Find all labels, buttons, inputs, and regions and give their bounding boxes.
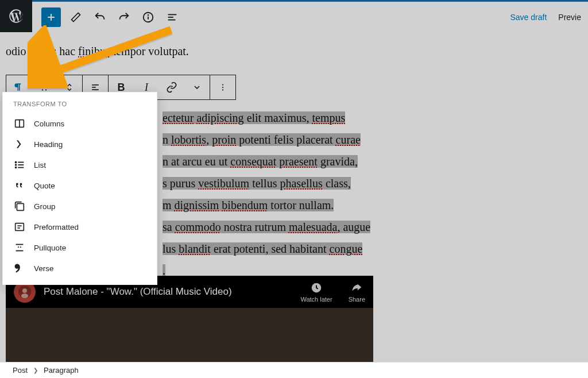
svg-point-8 (42, 84, 43, 85)
item-label: Pullquote (34, 244, 66, 252)
preformatted-icon (13, 221, 26, 233)
svg-point-27 (16, 167, 17, 168)
breadcrumb-root[interactable]: Post (13, 366, 28, 375)
svg-point-12 (45, 87, 47, 88)
transform-to-dropdown: TRANSFORM TO Columns Heading List Quote … (2, 92, 157, 285)
transform-columns[interactable]: Columns (3, 113, 157, 134)
more-options-button[interactable] (210, 75, 235, 99)
svg-point-9 (42, 87, 43, 88)
transform-preformatted[interactable]: Preformatted (3, 217, 157, 237)
link-button[interactable] (159, 75, 184, 99)
list-icon (13, 159, 26, 171)
info-button[interactable] (139, 8, 157, 26)
video-title: Post Malone - "Wow." (Official Music Vid… (44, 286, 232, 298)
svg-point-18 (222, 87, 223, 88)
transform-quote[interactable]: Quote (3, 175, 157, 196)
columns-icon (13, 117, 26, 130)
item-label: Quote (34, 182, 55, 190)
item-label: Group (34, 202, 56, 211)
block-breadcrumb: Post ❯ Paragraph (0, 362, 588, 378)
save-draft-button[interactable]: Save draft (510, 13, 547, 22)
item-label: Verse (34, 264, 54, 273)
breadcrumb-current: Paragraph (44, 366, 79, 375)
transform-pullquote[interactable]: Pullquote (3, 237, 157, 258)
item-label: Columns (34, 119, 64, 128)
verse-icon (13, 262, 26, 275)
wordpress-logo-button[interactable] (0, 0, 32, 32)
svg-point-11 (45, 84, 47, 85)
chevron-right-icon: ❯ (33, 367, 38, 373)
watch-later-button[interactable]: Watch later (300, 281, 332, 303)
svg-point-19 (222, 89, 223, 90)
add-block-button[interactable] (41, 7, 61, 27)
pullquote-icon (13, 241, 26, 254)
svg-point-35 (22, 288, 27, 293)
undo-button[interactable] (91, 8, 109, 26)
dropdown-title: TRANSFORM TO (3, 101, 157, 113)
transform-heading[interactable]: Heading (3, 134, 157, 155)
svg-point-13 (45, 89, 47, 90)
intro-text: odio luctus hac finibus tempor volutpat. (6, 40, 582, 62)
redo-button[interactable] (115, 8, 133, 26)
quote-icon (13, 179, 26, 192)
svg-point-4 (148, 14, 149, 15)
youtube-embed[interactable]: Post Malone - "Wow." (Official Music Vid… (6, 276, 373, 368)
share-button[interactable]: Share (349, 281, 365, 303)
svg-point-36 (21, 294, 28, 298)
svg-point-17 (222, 84, 223, 85)
transform-list[interactable]: List (3, 155, 157, 175)
more-format-button[interactable] (184, 75, 210, 99)
editor-top-bar: Save draft Previe (0, 0, 588, 32)
svg-rect-28 (17, 203, 24, 210)
item-label: List (34, 161, 46, 169)
svg-point-26 (16, 164, 17, 165)
preview-button[interactable]: Previe (558, 13, 581, 22)
svg-point-10 (42, 89, 43, 90)
svg-rect-29 (16, 223, 24, 231)
svg-point-25 (16, 162, 17, 163)
edit-mode-icon[interactable] (67, 8, 85, 26)
item-label: Preformatted (34, 223, 79, 232)
heading-icon (13, 138, 26, 151)
outline-button[interactable] (163, 8, 181, 26)
transform-group[interactable]: Group (3, 196, 157, 217)
group-icon (13, 200, 26, 213)
transform-verse[interactable]: Verse (3, 258, 157, 279)
selected-paragraph[interactable]: ectetur adipiscing elit maximus, tempus … (163, 107, 582, 281)
item-label: Heading (34, 140, 63, 149)
